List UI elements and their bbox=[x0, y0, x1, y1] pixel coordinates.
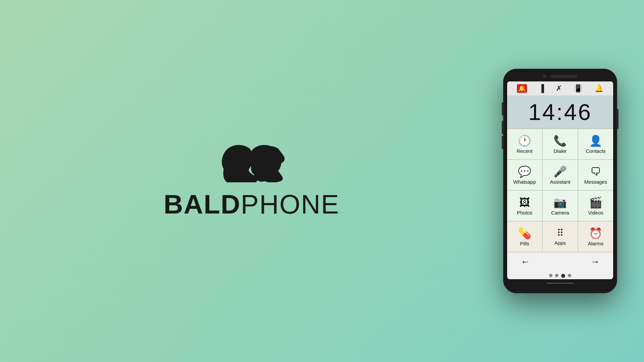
brand-bold: BALD bbox=[164, 189, 241, 219]
photos-icon: 🖼 bbox=[519, 197, 530, 208]
app-whatsapp[interactable]: 💬 Whatsapp bbox=[507, 160, 542, 190]
app-photos-label: Photos bbox=[517, 210, 533, 216]
app-apps[interactable]: ⠿ Apps bbox=[543, 222, 578, 252]
page-dots bbox=[507, 271, 613, 279]
handset-icon bbox=[213, 142, 290, 182]
app-whatsapp-label: Whatsapp bbox=[513, 179, 536, 185]
signal-icon: ✗ bbox=[556, 84, 562, 93]
app-photos[interactable]: 🖼 Photos bbox=[507, 191, 542, 221]
speaker-bar bbox=[550, 75, 577, 78]
app-camera-label: Camera bbox=[551, 210, 569, 216]
app-alarms[interactable]: ⏰ Alarms bbox=[578, 222, 613, 252]
app-assistant-label: Assistant bbox=[550, 179, 571, 185]
brand-section: BALDPHONE bbox=[0, 129, 503, 233]
dot-3-active bbox=[561, 274, 565, 278]
phone-bottom bbox=[507, 283, 613, 284]
app-apps-label: Apps bbox=[554, 240, 566, 246]
nav-row: ← → bbox=[507, 252, 613, 271]
home-bar bbox=[547, 283, 574, 284]
dot-2 bbox=[555, 274, 558, 277]
vibrate-icon: 📳 bbox=[574, 84, 583, 93]
pills-icon: 💊 bbox=[518, 228, 531, 239]
app-dialer-label: Dialer bbox=[553, 148, 567, 154]
brand-title: BALDPHONE bbox=[164, 189, 340, 220]
contacts-icon: 👤 bbox=[589, 135, 602, 146]
apps-icon: ⠿ bbox=[557, 229, 564, 238]
bell-icon: 🔔 bbox=[594, 84, 603, 93]
app-videos-label: Videos bbox=[588, 210, 603, 216]
alarms-icon: ⏰ bbox=[589, 228, 602, 239]
app-pills[interactable]: 💊 Pills bbox=[507, 222, 542, 252]
phone-screen: 🔔 ▐ ✗ 📳 🔔 14:46 🕐 Recent 📞 Dialer bbox=[507, 81, 613, 279]
brand-light: PHONE bbox=[241, 189, 340, 219]
messages-icon: 🗨 bbox=[590, 166, 601, 177]
dialer-icon: 📞 bbox=[553, 135, 567, 146]
app-videos[interactable]: 🎬 Videos bbox=[578, 191, 613, 221]
app-pills-label: Pills bbox=[520, 241, 529, 246]
back-button[interactable]: ← bbox=[521, 256, 530, 267]
app-dialer[interactable]: 📞 Dialer bbox=[543, 129, 578, 159]
forward-button[interactable]: → bbox=[590, 256, 600, 267]
app-recent-label: Recent bbox=[517, 148, 533, 154]
status-bar: 🔔 ▐ ✗ 📳 🔔 bbox=[507, 81, 613, 96]
dot-4 bbox=[568, 274, 571, 277]
phone-top-bar bbox=[507, 75, 613, 78]
assistant-icon: 🎤 bbox=[553, 166, 567, 177]
app-messages-label: Messages bbox=[584, 179, 607, 185]
app-messages[interactable]: 🗨 Messages bbox=[578, 160, 613, 190]
app-alarms-label: Alarms bbox=[588, 241, 604, 246]
recent-icon: 🕐 bbox=[518, 135, 531, 146]
app-assistant[interactable]: 🎤 Assistant bbox=[543, 160, 578, 190]
camera-icon: 📷 bbox=[553, 197, 567, 208]
phone-section: 🔔 ▐ ✗ 📳 🔔 14:46 🕐 Recent 📞 Dialer bbox=[503, 69, 644, 293]
videos-icon: 🎬 bbox=[589, 197, 602, 208]
phone-device: 🔔 ▐ ✗ 📳 🔔 14:46 🕐 Recent 📞 Dialer bbox=[503, 69, 617, 293]
battery-icon: ▐ bbox=[539, 84, 544, 93]
whatsapp-icon: 💬 bbox=[518, 166, 531, 177]
app-camera[interactable]: 📷 Camera bbox=[543, 191, 578, 221]
alert-icon: 🔔 bbox=[517, 84, 527, 93]
clock-time: 14:46 bbox=[511, 101, 610, 123]
app-recent[interactable]: 🕐 Recent bbox=[507, 129, 542, 159]
clock-display: 14:46 bbox=[507, 96, 613, 128]
camera-dot bbox=[543, 75, 546, 78]
dot-1 bbox=[549, 274, 552, 277]
app-contacts-label: Contacts bbox=[586, 148, 605, 154]
app-grid: 🕐 Recent 📞 Dialer 👤 Contacts 💬 Whatsapp bbox=[507, 128, 613, 252]
app-contacts[interactable]: 👤 Contacts bbox=[578, 129, 613, 159]
